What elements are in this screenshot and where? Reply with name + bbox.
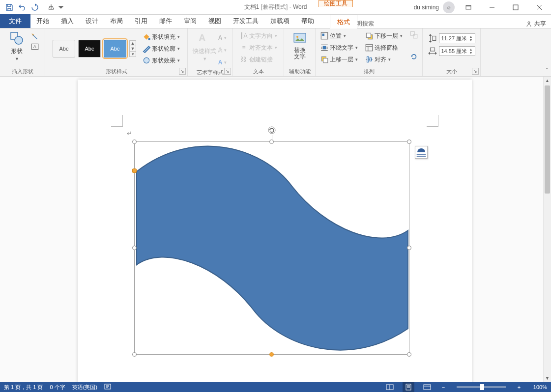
send-backward-button[interactable]: 下移一层▾ [365, 30, 403, 41]
scroll-up-button[interactable]: ▲ [544, 77, 551, 84]
align-button[interactable]: 对齐▾ [365, 54, 403, 65]
svg-rect-16 [322, 46, 326, 50]
zoom-in-button[interactable]: + [516, 384, 522, 390]
selection-pane-button[interactable]: 选择窗格 [365, 42, 403, 53]
pane-icon [365, 43, 374, 52]
width-icon [428, 47, 437, 56]
shapes-button[interactable]: 形状 ▼ [6, 30, 28, 61]
undo-button[interactable] [16, 1, 29, 14]
forward-icon [320, 55, 329, 64]
adjustment-handle[interactable] [132, 168, 137, 173]
text-fill-button: A▾ [218, 32, 227, 43]
tab-insert[interactable]: 插入 [55, 14, 80, 28]
resize-handle-nw[interactable] [132, 140, 137, 144]
shapes-icon [9, 30, 25, 46]
qat-extra-button[interactable] [45, 1, 58, 14]
tab-layout[interactable]: 布局 [104, 14, 129, 28]
zoom-slider[interactable] [457, 386, 506, 388]
resize-handle-sw[interactable] [132, 352, 137, 357]
save-button[interactable] [3, 1, 16, 14]
style-gallery-expand[interactable]: ▲▼▾ [129, 40, 136, 57]
dialog-launcher[interactable]: ↘ [472, 68, 479, 75]
scroll-thumb[interactable] [545, 85, 550, 194]
group-insert-shapes: 形状 ▼ A 插入形状 [0, 28, 45, 76]
style-preset-3[interactable]: Abc [104, 40, 126, 57]
web-layout-button[interactable] [421, 382, 433, 392]
tab-addins[interactable]: 加载项 [264, 14, 295, 28]
svg-rect-20 [366, 33, 371, 37]
alt-text-button[interactable]: 替换 文字 [289, 30, 311, 60]
group-label: 辅助功能 [288, 67, 311, 75]
resize-handle-s[interactable] [269, 352, 274, 357]
wrap-text-button[interactable]: 环绕文字▾ [320, 42, 358, 53]
ribbon-options-button[interactable] [459, 0, 478, 15]
account-name[interactable]: du siming [414, 4, 439, 11]
customize-qat-button[interactable] [58, 1, 64, 14]
shape-selection[interactable] [134, 141, 409, 355]
svg-text:A: A [199, 32, 205, 43]
tab-design[interactable]: 设计 [80, 14, 104, 28]
redo-button[interactable] [29, 1, 41, 14]
shape-effects-button[interactable]: 形状效果▾ [142, 55, 180, 66]
svg-point-10 [144, 57, 149, 63]
height-input[interactable]: 11.27 厘米▲▼ [439, 33, 475, 43]
dialog-launcher[interactable]: ↘ [224, 68, 231, 75]
tab-view[interactable]: 视图 [203, 14, 227, 28]
dialog-launcher[interactable]: ↘ [179, 68, 186, 75]
maximize-button[interactable] [506, 0, 525, 15]
svg-rect-32 [424, 385, 431, 390]
quick-access-toolbar [0, 1, 64, 14]
print-layout-button[interactable] [403, 382, 414, 392]
svg-rect-27 [430, 48, 435, 51]
position-button[interactable]: 位置▾ [320, 30, 358, 41]
collapse-ribbon-button[interactable]: ˆ [546, 67, 548, 74]
zoom-level[interactable]: 100% [529, 384, 547, 390]
tab-review[interactable]: 审阅 [178, 14, 203, 28]
resize-handle-ne[interactable] [407, 140, 411, 144]
edit-shape-button[interactable] [30, 32, 39, 41]
resize-handle-e[interactable] [407, 246, 411, 250]
group-accessibility: 替换 文字 辅助功能 [284, 28, 316, 76]
width-input[interactable]: 14.55 厘米▲▼ [439, 46, 475, 56]
svg-rect-15 [322, 34, 324, 36]
tab-format[interactable]: 格式 [330, 15, 357, 28]
tab-references[interactable]: 引用 [129, 14, 153, 28]
tab-file[interactable]: 文件 [0, 14, 30, 28]
minimize-button[interactable] [482, 0, 502, 15]
rotate-button[interactable] [409, 52, 418, 61]
macro-indicator[interactable] [104, 384, 111, 391]
read-mode-button[interactable] [384, 382, 396, 392]
page-indicator[interactable]: 第 1 页，共 1 页 [4, 384, 43, 391]
style-preset-1[interactable]: Abc [53, 40, 75, 57]
shape-outline-button[interactable]: 形状轮廓▾ [142, 43, 180, 54]
svg-text:A: A [33, 44, 36, 49]
page[interactable]: ↵ [78, 80, 472, 382]
resize-handle-se[interactable] [407, 352, 411, 357]
align-text-button: ≡对齐文本▾ [239, 42, 277, 53]
word-count[interactable]: 0 个字 [50, 384, 65, 391]
alt-text-icon [292, 30, 308, 46]
resize-handle-w[interactable] [132, 246, 137, 250]
style-preset-2[interactable]: Abc [78, 40, 101, 57]
tab-mailings[interactable]: 邮件 [153, 14, 178, 28]
close-button[interactable] [529, 0, 549, 15]
zoom-out-button[interactable]: − [440, 384, 447, 390]
resize-handle-n[interactable] [269, 140, 274, 144]
tab-developer[interactable]: 开发工具 [227, 14, 264, 28]
vertical-scrollbar[interactable]: ▲ ▼ [543, 77, 551, 382]
language-indicator[interactable]: 英语(美国) [72, 384, 97, 391]
account-avatar[interactable]: ☺ [443, 1, 455, 13]
tab-home[interactable]: 开始 [30, 14, 55, 28]
scroll-down-button[interactable]: ▼ [544, 374, 551, 382]
group-label: 插入形状 [4, 67, 41, 75]
group-objects-button [409, 30, 418, 39]
share-button[interactable]: 共享 [525, 20, 546, 28]
layout-options-button[interactable] [415, 146, 428, 159]
tab-help[interactable]: 帮助 [295, 14, 320, 28]
bring-forward-button[interactable]: 上移一层▾ [320, 54, 358, 65]
rotate-handle[interactable] [267, 125, 277, 135]
text-box-button[interactable]: A [30, 42, 39, 51]
wave-shape[interactable] [135, 142, 410, 355]
shape-fill-button[interactable]: 形状填充▾ [142, 31, 180, 42]
share-icon [525, 21, 532, 28]
